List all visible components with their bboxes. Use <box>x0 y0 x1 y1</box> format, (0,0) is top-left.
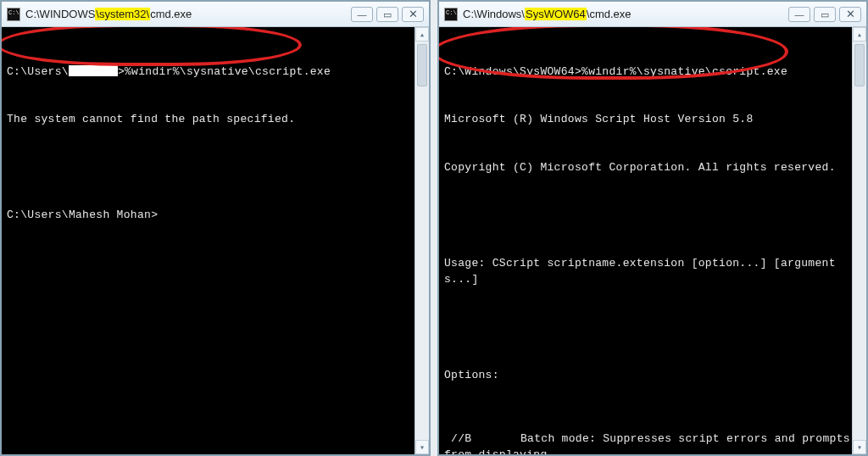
scrollbar-right[interactable]: ▴ ▾ <box>852 27 866 454</box>
title-suffix: cmd.exe <box>150 8 192 20</box>
title-prefix: C:\Windows\ <box>463 8 525 20</box>
error-line: The system cannot find the path specifie… <box>7 112 424 128</box>
cmd-window-syswow64: C:\Windows\SysWOW64\cmd.exe — ▭ ✕ C:\Win… <box>437 0 868 456</box>
scrollbar-left[interactable]: ▴ ▾ <box>415 27 429 454</box>
window-title-left: C:\WINDOWS\system32\cmd.exe <box>25 8 192 20</box>
scroll-up-icon[interactable]: ▴ <box>415 27 429 42</box>
command-text: >%windir%\sysnative\cscript.exe <box>118 65 331 78</box>
close-button[interactable]: ✕ <box>402 7 424 22</box>
cmd-icon <box>444 8 458 21</box>
minimize-button[interactable]: — <box>351 7 373 22</box>
window-controls-right: — ▭ ✕ <box>788 7 861 22</box>
opt-b: //BBatch mode: Suppresses script errors … <box>444 431 861 454</box>
redacted-username <box>69 65 118 76</box>
cmd-window-system32: C:\WINDOWS\system32\cmd.exe — ▭ ✕ C:\Use… <box>0 0 431 456</box>
title-highlight: SysWOW64 <box>525 8 587 20</box>
scroll-down-icon[interactable]: ▾ <box>415 440 429 454</box>
terminal-right[interactable]: C:\Windows\SysWOW64>%windir%\sysnative\c… <box>439 27 866 454</box>
maximize-button[interactable]: ▭ <box>376 7 398 22</box>
titlebar-left[interactable]: C:\WINDOWS\system32\cmd.exe — ▭ ✕ <box>2 2 429 27</box>
close-button[interactable]: ✕ <box>839 7 861 22</box>
options-header: Options: <box>444 368 861 384</box>
blank-line <box>444 320 861 336</box>
titlebar-right[interactable]: C:\Windows\SysWOW64\cmd.exe — ▭ ✕ <box>439 2 866 27</box>
scroll-down-icon[interactable]: ▾ <box>853 440 866 454</box>
copyright-line: Copyright (C) Microsoft Corporation. All… <box>444 160 861 176</box>
cmd-line-r1: C:\Windows\SysWOW64>%windir%\sysnative\c… <box>444 64 861 81</box>
maximize-button[interactable]: ▭ <box>814 7 836 22</box>
cmd-icon <box>7 8 20 21</box>
scroll-thumb[interactable] <box>854 44 865 86</box>
cmd-line-1: C:\Users\>%windir%\sysnative\cscript.exe <box>7 64 424 81</box>
blank-line <box>7 160 424 176</box>
version-line: Microsoft (R) Windows Script Host Versio… <box>444 112 861 128</box>
minimize-button[interactable]: — <box>788 7 810 22</box>
usage-line: Usage: CScript scriptname.extension [opt… <box>444 256 861 288</box>
scroll-thumb[interactable] <box>417 44 427 86</box>
scroll-up-icon[interactable]: ▴ <box>853 27 866 42</box>
annotation-red-oval-left <box>2 27 302 66</box>
blank-line <box>444 208 861 224</box>
prompt-path: C:\Users\ <box>7 65 69 78</box>
opt-flag: //B <box>444 431 520 448</box>
terminal-left[interactable]: C:\Users\>%windir%\sysnative\cscript.exe… <box>2 27 429 454</box>
window-controls-left: — ▭ ✕ <box>351 7 424 22</box>
title-highlight: \system32\ <box>95 8 150 20</box>
window-title-right: C:\Windows\SysWOW64\cmd.exe <box>463 8 632 20</box>
title-prefix: C:\WINDOWS <box>25 8 95 20</box>
prompt-2: C:\Users\Mahesh Mohan> <box>7 208 424 224</box>
title-suffix: \cmd.exe <box>587 8 632 20</box>
